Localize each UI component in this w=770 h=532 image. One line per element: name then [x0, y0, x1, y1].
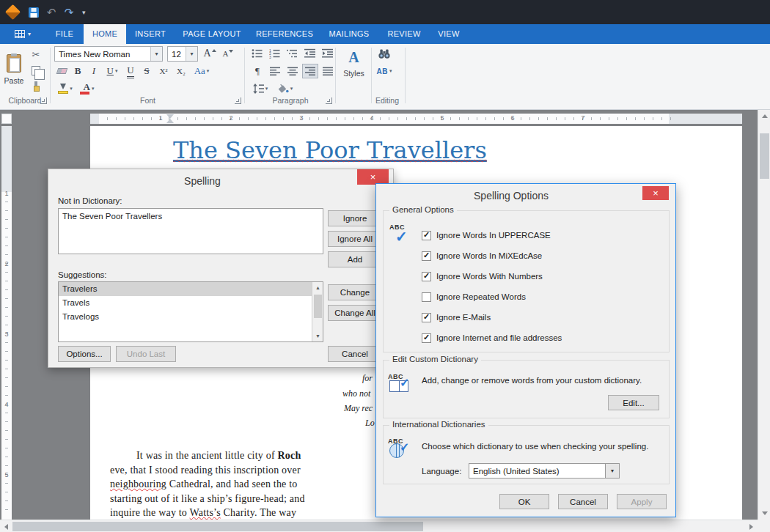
shading-button[interactable]: ▾: [274, 81, 296, 96]
subscript-button[interactable]: X₂: [173, 64, 189, 78]
app-logo-icon[interactable]: [0, 0, 25, 24]
checkbox-ignore-emails[interactable]: ✓: [422, 313, 431, 322]
font-dialog-launcher[interactable]: [235, 97, 241, 104]
horizontal-scrollbar[interactable]: [0, 520, 770, 532]
font-color-button[interactable]: A ▾: [78, 81, 100, 96]
paragraph-dialog-launcher[interactable]: [326, 97, 332, 104]
suggestion-item[interactable]: Travelogs: [59, 310, 323, 324]
vertical-ruler[interactable]: 1 2 3 4 5: [1, 126, 12, 520]
shrink-font-button[interactable]: A: [220, 46, 236, 61]
apply-button[interactable]: Apply: [617, 494, 667, 509]
checkbox-ignore-mixedcase[interactable]: ✓: [422, 251, 431, 261]
tab-page-layout[interactable]: PAGE LAYOUT: [175, 24, 249, 44]
superscript-button[interactable]: X²: [155, 64, 172, 78]
vertical-scrollbar[interactable]: [758, 110, 770, 520]
ignore-button[interactable]: Ignore: [328, 210, 382, 226]
checkbox-ignore-urls[interactable]: ✓: [422, 333, 431, 343]
font-size-combo[interactable]: 12 ▾: [167, 46, 198, 62]
document-text-fragment[interactable]: who not: [342, 388, 370, 399]
tab-mailings[interactable]: MAILINGS: [320, 24, 378, 44]
cut-button[interactable]: ✂: [28, 47, 44, 62]
edit-dictionary-button[interactable]: Edit...: [608, 395, 659, 410]
list-scroll-down-button[interactable]: ▼: [312, 330, 323, 341]
font-name-combo[interactable]: Times New Roman ▾: [54, 46, 163, 62]
bullets-button[interactable]: [248, 46, 265, 61]
underline-dropdown-icon[interactable]: ▾: [115, 68, 118, 74]
double-underline-button[interactable]: U: [123, 64, 138, 78]
clipboard-dialog-launcher[interactable]: [40, 97, 47, 104]
format-painter-button[interactable]: [28, 79, 44, 94]
save-button[interactable]: [25, 4, 43, 21]
tab-references[interactable]: REFERENCES: [249, 24, 320, 44]
cancel-button[interactable]: Cancel: [328, 346, 382, 362]
document-heading[interactable]: The Seven Poor Travellers: [173, 136, 487, 164]
scroll-up-button[interactable]: [758, 110, 770, 122]
replace-dropdown-icon[interactable]: ▾: [389, 68, 392, 74]
change-case-button[interactable]: Aa ▾: [191, 64, 213, 78]
suggestion-item[interactable]: Travels: [59, 296, 323, 310]
tab-home[interactable]: HOME: [84, 24, 126, 44]
line-spacing-dropdown-icon[interactable]: ▾: [265, 86, 268, 92]
list-scroll-thumb[interactable]: [314, 295, 322, 318]
scroll-left-button[interactable]: [0, 520, 12, 532]
underline-button[interactable]: U ▾: [103, 64, 122, 78]
show-marks-button[interactable]: ¶: [249, 64, 265, 78]
language-combo[interactable]: English (United States) ▾: [469, 463, 620, 479]
replace-button[interactable]: AB ▾: [373, 64, 396, 78]
strikethrough-button[interactable]: S: [139, 64, 154, 78]
not-in-dictionary-textbox[interactable]: The Seven Poor Travellers: [58, 208, 323, 254]
justify-button[interactable]: [320, 64, 336, 78]
increase-indent-button[interactable]: [318, 46, 336, 61]
suggestion-item[interactable]: Travelers: [59, 282, 323, 296]
options-button[interactable]: Options...: [58, 346, 111, 362]
align-left-button[interactable]: [267, 64, 283, 78]
close-button[interactable]: ×: [357, 169, 389, 185]
scroll-down-button[interactable]: [758, 507, 770, 520]
cancel-button[interactable]: Cancel: [558, 494, 608, 509]
horizontal-ruler[interactable]: 1 2 3 4 5 6 7: [90, 114, 742, 124]
change-button[interactable]: Change: [328, 284, 382, 300]
change-all-button[interactable]: Change All: [328, 305, 382, 321]
document-text-fragment[interactable]: Lo: [365, 418, 375, 429]
numbering-button[interactable]: 123: [265, 46, 283, 61]
paste-button[interactable]: Paste: [2, 45, 26, 94]
add-button[interactable]: Add: [328, 251, 382, 267]
clear-formatting-button[interactable]: [54, 64, 69, 78]
suggestions-listbox[interactable]: Travelers Travels Travelogs ▲ ▼: [58, 281, 323, 342]
copy-button[interactable]: [28, 63, 44, 78]
close-button[interactable]: ×: [642, 186, 669, 200]
document-text-fragment[interactable]: May rec: [344, 403, 373, 414]
undo-button[interactable]: ↶: [43, 4, 60, 21]
font-size-dropdown-icon[interactable]: ▾: [186, 47, 197, 61]
quick-access-caret-icon[interactable]: ▾: [82, 9, 86, 16]
list-scroll-up-button[interactable]: ▲: [312, 282, 323, 293]
bold-button[interactable]: B: [70, 64, 85, 78]
redo-button[interactable]: ↷: [60, 4, 78, 21]
italic-button[interactable]: I: [87, 64, 101, 78]
shading-dropdown-icon[interactable]: ▾: [290, 86, 293, 92]
ignore-all-button[interactable]: Ignore All: [328, 231, 382, 247]
document-text-fragment[interactable]: for: [362, 373, 373, 384]
align-right-button[interactable]: [302, 64, 318, 78]
language-dropdown-icon[interactable]: ▾: [605, 464, 619, 478]
ribbon-appmenu-button[interactable]: ▾: [4, 24, 41, 44]
tab-view[interactable]: VIEW: [430, 24, 468, 44]
find-button[interactable]: [374, 46, 395, 61]
hanging-indent-marker[interactable]: [166, 119, 174, 123]
tab-file[interactable]: FILE: [45, 24, 84, 44]
checkbox-ignore-repeated[interactable]: ✓: [422, 292, 431, 302]
line-spacing-button[interactable]: ▾: [249, 81, 271, 96]
undo-last-button[interactable]: Undo Last: [116, 346, 176, 362]
multilevel-list-button[interactable]: [283, 46, 301, 61]
scroll-right-button[interactable]: [745, 520, 758, 532]
font-color-dropdown-icon[interactable]: ▾: [92, 86, 95, 92]
font-name-dropdown-icon[interactable]: ▾: [150, 47, 162, 61]
tab-insert[interactable]: INSERT: [126, 24, 175, 44]
vertical-scroll-thumb[interactable]: [760, 133, 769, 179]
change-case-dropdown-icon[interactable]: ▾: [207, 68, 210, 74]
suggestions-scrollbar[interactable]: ▲ ▼: [312, 282, 323, 341]
align-center-button[interactable]: [285, 64, 301, 78]
text-highlight-button[interactable]: ▾: [54, 81, 76, 96]
grow-font-button[interactable]: A: [201, 46, 219, 61]
checkbox-ignore-numbers[interactable]: ✓: [422, 272, 431, 281]
